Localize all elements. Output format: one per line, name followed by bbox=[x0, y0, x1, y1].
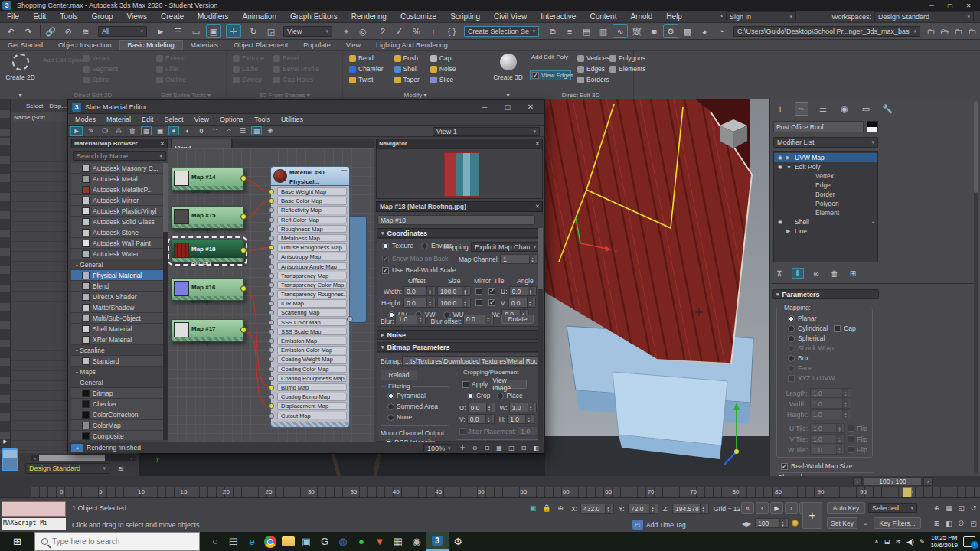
slot-input-socket[interactable] bbox=[269, 217, 274, 223]
sign-in-button[interactable]: Sign In bbox=[726, 11, 796, 21]
selection-set-dropdown[interactable]: Selected bbox=[868, 503, 917, 513]
undo-icon[interactable]: ↶ bbox=[3, 24, 18, 38]
material-node[interactable]: Material #30Physical... — Base Weight Ma… bbox=[270, 166, 350, 428]
create2d-button[interactable]: Create 2D bbox=[0, 73, 41, 81]
zoom-extents-icon[interactable]: ◱ bbox=[956, 502, 967, 514]
zoom-viewport-icon[interactable]: ⊕ bbox=[931, 502, 942, 514]
bitmap-parameters-rollout[interactable]: Bitmap Parameters bbox=[377, 342, 542, 352]
none-filter-radio[interactable] bbox=[387, 414, 394, 421]
key-filters-button[interactable]: Key Filters... bbox=[874, 517, 921, 529]
browser-list-item[interactable]: Blend bbox=[71, 281, 163, 292]
slot-input-socket[interactable] bbox=[269, 320, 274, 325]
w-tile-field[interactable]: 1.0 bbox=[810, 445, 845, 455]
navigator-close-icon[interactable]: ✕ bbox=[534, 141, 541, 147]
real-world-scale-checkbox[interactable] bbox=[382, 267, 389, 274]
browser-list-item[interactable]: Autodesk Mirror bbox=[71, 195, 163, 206]
ribbon-toggle-icon[interactable]: ▥ bbox=[596, 24, 611, 38]
node-output-socket[interactable] bbox=[240, 214, 247, 220]
material-slot[interactable]: Cutout Map bbox=[272, 412, 348, 421]
u-tile-field[interactable]: 1.0 bbox=[810, 423, 845, 433]
browser-search-input[interactable]: Search by Name ... bbox=[73, 151, 166, 161]
node-output-socket[interactable] bbox=[240, 327, 247, 333]
open-folder-icon[interactable]: 🗁 bbox=[937, 24, 952, 38]
explorer-name-header[interactable]: Name (Sort... bbox=[11, 112, 67, 122]
zoom-region-icon[interactable]: ⊞ bbox=[931, 517, 942, 529]
taskbar-app-icon[interactable]: ● bbox=[352, 533, 371, 551]
menu-item[interactable]: File bbox=[0, 12, 26, 21]
ribbon-item[interactable]: Borders bbox=[574, 74, 612, 85]
material-slot[interactable]: Transparency Map bbox=[272, 272, 348, 281]
me-zoom-selected-icon[interactable]: ◱ bbox=[506, 445, 517, 452]
modifier-stack-row[interactable]: Vertex bbox=[774, 171, 877, 181]
browser-list-item[interactable]: Standard bbox=[71, 356, 163, 367]
spinner[interactable] bbox=[485, 415, 492, 423]
rectangular-selection-icon[interactable]: ▭ bbox=[188, 24, 204, 38]
current-frame-box[interactable]: 100 / 100 bbox=[864, 477, 922, 486]
menu-item[interactable]: Views bbox=[120, 12, 155, 21]
modifier-list-dropdown[interactable]: Modifier List bbox=[773, 137, 878, 148]
taskbar-app-icon[interactable]: e bbox=[243, 533, 261, 551]
ribbon-item[interactable]: Noise bbox=[427, 64, 459, 74]
set-key-button[interactable]: Set Key bbox=[827, 517, 858, 529]
ribbon-item[interactable]: Bevel bbox=[270, 53, 322, 64]
track-bar-scrollbar[interactable]: ‹ › bbox=[31, 455, 136, 461]
taskbar-app-icon[interactable]: ○ bbox=[206, 533, 224, 551]
angle-snap-icon[interactable]: ∠ bbox=[392, 24, 407, 38]
viewport-canvas[interactable]: x bbox=[545, 99, 769, 476]
orbit-icon[interactable]: ↺ bbox=[968, 502, 979, 514]
add-edit-poly-button[interactable]: Add Edit Poly bbox=[530, 54, 570, 60]
slot-input-socket[interactable] bbox=[269, 207, 274, 213]
pen-icon[interactable]: ✎ bbox=[920, 538, 926, 546]
me-mtl-id-icon[interactable]: ∷ bbox=[210, 127, 220, 135]
schematic-view-icon[interactable]: 🕸 bbox=[629, 24, 645, 38]
ribbon-item[interactable]: Polygons bbox=[606, 53, 648, 64]
active-view-tab[interactable]: View1 bbox=[171, 139, 232, 148]
param-scrollbar[interactable] bbox=[538, 228, 543, 442]
browser-list-item[interactable]: ColorMap bbox=[71, 420, 163, 431]
me-menu-item[interactable]: Material bbox=[101, 116, 136, 123]
ribbon-item[interactable]: Fillet bbox=[153, 64, 189, 74]
slot-input-socket[interactable] bbox=[269, 310, 274, 315]
browser-list-item[interactable]: Checker bbox=[71, 399, 163, 409]
create3d-icon[interactable] bbox=[500, 54, 517, 70]
width-size-field[interactable]: 100.0 bbox=[437, 286, 471, 296]
menu-item[interactable]: Customize bbox=[394, 12, 443, 21]
zoom-all-icon[interactable]: ▦ bbox=[943, 502, 955, 514]
browser-list-item[interactable]: Autodesk Metal bbox=[71, 174, 163, 184]
me-show-numbers-icon[interactable]: 0 bbox=[196, 127, 207, 135]
view-edges-checkbox[interactable] bbox=[532, 72, 539, 79]
menu-item[interactable]: Tools bbox=[53, 12, 84, 21]
me-menu-item[interactable]: Tools bbox=[249, 116, 276, 123]
ribbon-tab[interactable]: Get Started bbox=[0, 41, 51, 50]
menu-item[interactable]: Scripting bbox=[443, 12, 487, 21]
u-tile-spinner[interactable] bbox=[836, 424, 842, 432]
crop-v-field[interactable]: 0.0 bbox=[467, 414, 495, 424]
me-assign-material-icon[interactable]: ⁂ bbox=[113, 127, 124, 135]
spinner[interactable] bbox=[462, 287, 468, 295]
modifier-stack-row[interactable]: Edge bbox=[774, 181, 877, 190]
me-browser-header[interactable]: Material/Map Browser ✕ bbox=[71, 139, 168, 148]
me-zoom-icon[interactable]: ❋ bbox=[265, 127, 276, 135]
ribbon-tab[interactable]: Object Placement bbox=[226, 41, 296, 50]
explorer-list[interactable] bbox=[11, 122, 67, 464]
play-icon[interactable]: ▶ bbox=[770, 502, 783, 514]
render-frame-icon[interactable]: ▩ bbox=[680, 24, 695, 38]
material-slot[interactable]: Bump Map bbox=[272, 383, 348, 393]
w-flip-checkbox[interactable] bbox=[848, 446, 854, 453]
ribbon-item[interactable]: Elements bbox=[606, 64, 648, 74]
show-end-result-icon[interactable]: Ⅱ bbox=[792, 268, 804, 279]
me-close-icon[interactable]: ✕ bbox=[523, 100, 538, 114]
jitter-field[interactable]: 1.0 bbox=[518, 426, 537, 436]
named-selection-dropdown[interactable]: Create Selection Se bbox=[464, 26, 539, 37]
cylindrical-radio[interactable] bbox=[788, 325, 795, 332]
node-collapse-icon[interactable]: — bbox=[341, 167, 347, 172]
me-pick-material-icon[interactable]: ✎ bbox=[86, 127, 96, 135]
me-minimize-icon[interactable]: ─ bbox=[477, 100, 492, 114]
material-slot[interactable]: Roughness Map bbox=[272, 225, 348, 234]
workspace-selector-bottom[interactable]: Design Standard bbox=[25, 463, 109, 474]
me-maximize-icon[interactable]: ▢ bbox=[500, 100, 515, 114]
v-tile-field[interactable]: 1.0 bbox=[810, 434, 845, 444]
me-select-icon[interactable]: ► bbox=[70, 126, 83, 136]
browser-list-item[interactable]: Autodesk Plastic/Vinyl bbox=[71, 206, 163, 217]
expand-arrow-icon[interactable]: ▶ bbox=[786, 155, 792, 161]
